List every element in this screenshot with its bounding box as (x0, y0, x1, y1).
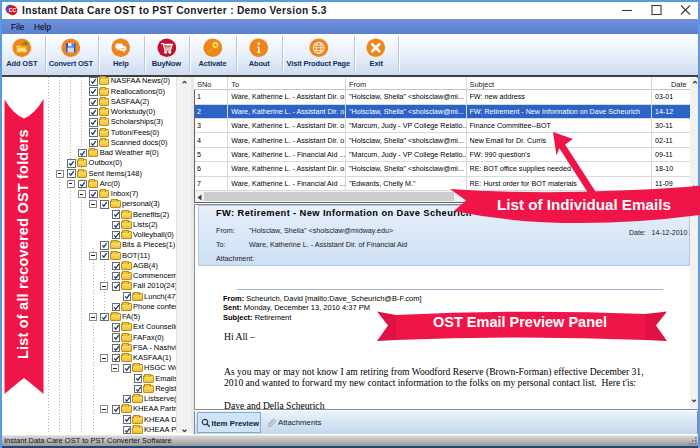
svg-text:CC: CC (9, 7, 17, 13)
